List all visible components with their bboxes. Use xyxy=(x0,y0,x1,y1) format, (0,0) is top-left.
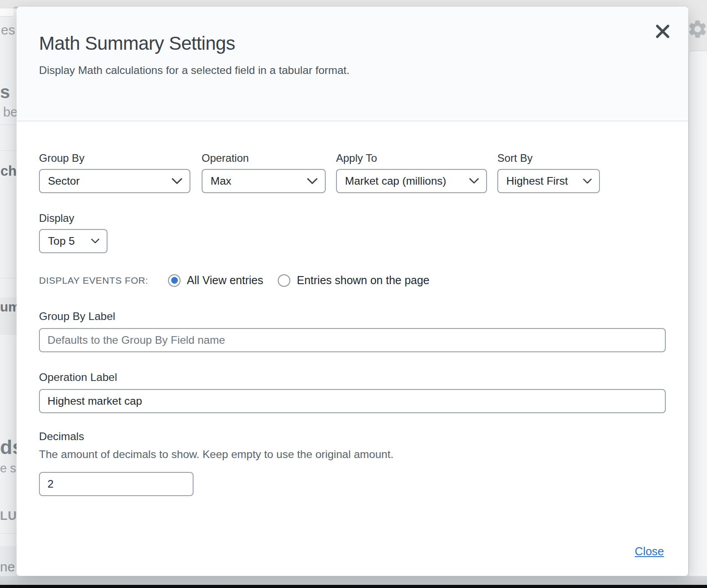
display-value: Top 5 xyxy=(48,235,75,247)
operation-label-input[interactable] xyxy=(39,389,666,413)
group-by-select[interactable]: Sector xyxy=(39,169,190,193)
settings-row: Group By Sector Operation Max xyxy=(39,152,666,193)
group-by-label-input[interactable] xyxy=(39,328,666,352)
math-summary-settings-modal: Math Summary Settings Display Math calcu… xyxy=(17,7,688,576)
apply-to-select[interactable]: Market cap (millions) xyxy=(336,169,487,193)
background-text-fragment: e sh xyxy=(0,462,17,476)
background-divider xyxy=(0,278,17,278)
chevron-down-icon xyxy=(168,178,182,185)
radio-selected-icon[interactable] xyxy=(168,274,181,287)
background-panel xyxy=(0,9,13,17)
decimals-input[interactable] xyxy=(39,472,194,496)
group-by-label: Group By xyxy=(39,152,190,164)
display-field: Display Top 5 xyxy=(39,212,108,253)
radio-option-entries-shown[interactable]: Entries shown on the page xyxy=(278,274,429,287)
page-background-bottom-bar xyxy=(0,585,707,588)
background-text-fragment: ch xyxy=(0,163,17,179)
modal-footer: Close xyxy=(635,545,664,558)
background-text-fragment: s xyxy=(0,82,10,102)
apply-to-label: Apply To xyxy=(336,152,487,164)
display-label: Display xyxy=(39,212,108,225)
display-events-for-caption: DISPLAY EVENTS FOR: xyxy=(39,275,148,286)
display-events-for-row: DISPLAY EVENTS FOR: All View entries Ent… xyxy=(39,274,666,287)
group-by-value: Sector xyxy=(48,175,80,187)
background-text-fragment: ds xyxy=(0,436,17,459)
operation-value: Max xyxy=(211,175,231,187)
radio-option-all-view-entries[interactable]: All View entries xyxy=(168,274,263,287)
operation-select[interactable]: Max xyxy=(202,169,326,193)
chevron-down-icon xyxy=(579,178,592,184)
apply-to-value: Market cap (millions) xyxy=(345,175,446,187)
decimals-heading: Decimals xyxy=(39,430,666,443)
modal-description: Display Math calculations for a selected… xyxy=(39,64,666,77)
page-background-bottom xyxy=(0,576,707,585)
radio-option-label[interactable]: All View entries xyxy=(187,274,263,287)
chevron-down-icon xyxy=(466,178,479,184)
close-icon[interactable] xyxy=(655,24,670,39)
close-link[interactable]: Close xyxy=(635,545,664,558)
gear-icon[interactable] xyxy=(687,18,707,40)
background-divider xyxy=(0,150,17,151)
operation-label: Operation xyxy=(202,152,326,164)
modal-body: Group By Sector Operation Max xyxy=(17,121,688,575)
sort-by-label: Sort By xyxy=(497,152,600,164)
background-text-fragment: ne xyxy=(0,559,15,575)
chevron-down-icon xyxy=(87,238,99,244)
background-text-fragment: umi xyxy=(0,299,17,315)
radio-unselected-icon[interactable] xyxy=(278,274,290,287)
background-text-fragment: be xyxy=(3,105,17,120)
modal-title: Math Summary Settings xyxy=(39,33,666,54)
operation-label-section: Operation Label xyxy=(39,371,666,413)
background-text-fragment: LUM xyxy=(0,509,17,523)
chevron-down-icon xyxy=(303,178,318,185)
background-divider xyxy=(0,125,17,125)
group-by-label-heading: Group By Label xyxy=(39,310,666,323)
background-panel-right xyxy=(689,51,707,577)
page-background-left-strip: es s be ch umi ds e sh LUM ne xyxy=(0,9,17,585)
display-select[interactable]: Top 5 xyxy=(39,229,108,253)
radio-option-label[interactable]: Entries shown on the page xyxy=(297,274,429,287)
sort-by-select[interactable]: Highest First xyxy=(497,169,600,193)
decimals-section: Decimals The amount of decimals to show.… xyxy=(39,430,666,496)
background-divider xyxy=(0,533,17,534)
operation-label-heading: Operation Label xyxy=(39,371,666,384)
sort-by-value: Highest First xyxy=(506,175,568,187)
background-text-fragment: es xyxy=(1,22,15,38)
group-by-label-section: Group By Label xyxy=(39,310,666,352)
modal-header: Math Summary Settings Display Math calcu… xyxy=(17,7,688,121)
decimals-help-text: The amount of decimals to show. Keep emp… xyxy=(39,448,666,461)
